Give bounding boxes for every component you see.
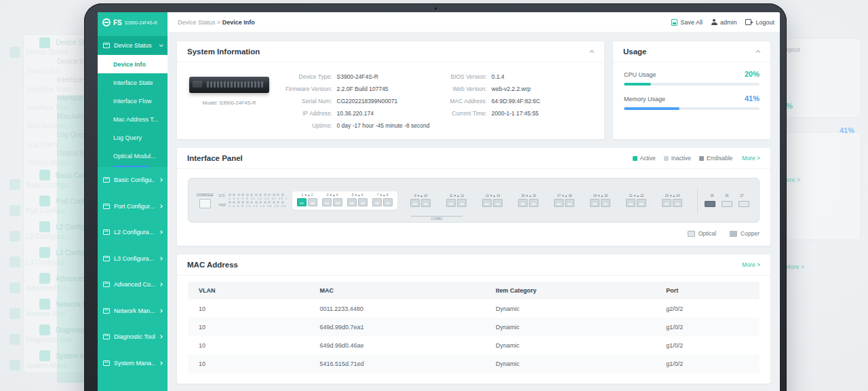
breadcrumb-separator: >: [217, 19, 220, 26]
field-label: Firmware Version:: [285, 86, 332, 92]
user-icon: [711, 19, 717, 25]
sfp-slot-26[interactable]: [722, 201, 732, 207]
collapse-icon[interactable]: [755, 50, 760, 54]
field-label: MAC Address:: [450, 98, 487, 105]
interface-panel-more-link[interactable]: More >: [742, 155, 760, 162]
mac-more-link[interactable]: More >: [742, 261, 760, 268]
camera-dot: [435, 7, 437, 10]
ghost-text: More >: [785, 263, 804, 270]
system-info-body: Model: S3900-24F4S-R Device Type:S3900-2…: [177, 62, 604, 139]
sfp-labels: 252627: [710, 194, 743, 198]
port-17[interactable]: [554, 199, 564, 207]
port-type-label: Optical: [698, 230, 716, 237]
port-11[interactable]: [446, 199, 456, 207]
port-4[interactable]: [333, 198, 342, 206]
field-value: 0.1.4: [492, 73, 540, 80]
led-numbers-even: 2 4 6 8 10 12 14 16 18 20 22 24 26: [229, 204, 287, 208]
usage-card: Usage CPU Usage20%Memory Usage41%: [613, 41, 770, 139]
port-group-label: 23 ▼▲ 24: [665, 194, 679, 198]
port-16[interactable]: [529, 199, 538, 207]
port-type-optical: Optical: [688, 230, 716, 237]
port-group-5-6: 5 ▼▲ 6: [347, 193, 368, 206]
field-value: S3900-24F4S-R: [337, 73, 430, 80]
sidebar-subitem-mac-address-t[interactable]: Mac Address T...: [98, 110, 167, 128]
port-12[interactable]: [457, 199, 467, 207]
port-9[interactable]: [410, 199, 420, 207]
chevron-right-icon: [159, 230, 163, 234]
port-group-7-8: 7 ▼▲ 8: [372, 193, 393, 206]
sidebar-item-system-mana[interactable]: System Mana...: [98, 350, 167, 377]
led-dot: [241, 193, 244, 196]
port-5[interactable]: [347, 198, 357, 206]
port-24[interactable]: [673, 199, 682, 207]
sidebar-subitem-device-info[interactable]: Device Info: [98, 55, 167, 73]
sfp-slot-27[interactable]: [738, 201, 749, 207]
console-port-icon: [199, 199, 211, 208]
pwr-led-label: PWR: [218, 204, 226, 207]
port-13[interactable]: [482, 199, 492, 207]
collapse-icon[interactable]: [589, 50, 594, 54]
brand: FS S3900-24F4S-R: [98, 12, 167, 32]
port-19[interactable]: [590, 199, 599, 207]
port-15[interactable]: [518, 199, 528, 207]
logout-button[interactable]: Logout: [745, 19, 774, 26]
usage-row-memory-usage: Memory Usage41%: [624, 94, 760, 103]
ghost-icon: [9, 205, 20, 216]
port-group-label: 15 ▼▲ 16: [521, 194, 536, 198]
breadcrumb-parent[interactable]: Device Status: [178, 19, 216, 26]
interface-panel-body: CONSOLE SYS PWR: [177, 169, 770, 246]
port-18[interactable]: [565, 199, 574, 207]
field-label: Web Version:: [450, 86, 487, 92]
sidebar-subitem-optical-modul[interactable]: Optical Modul...: [98, 147, 167, 165]
layer2-icon: [103, 229, 110, 235]
ghost-icon: [9, 47, 20, 58]
port-22[interactable]: [637, 199, 646, 207]
ghost-card: [780, 132, 861, 240]
sfp-slots: [705, 201, 749, 207]
sidebar-item-basic-configu[interactable]: Basic Configu...: [98, 167, 167, 193]
port-1[interactable]: [297, 198, 307, 206]
sidebar-item-l3-configura[interactable]: L3 Configura...: [98, 246, 167, 272]
save-all-label: Save All: [680, 19, 703, 26]
sidebar-item-l2-configura[interactable]: L2 Configura...: [98, 219, 167, 246]
port-group-label: 9 ▼▲ 10: [414, 194, 427, 198]
username: admin: [720, 19, 737, 26]
port-icon: [103, 204, 110, 209]
chevron-right-icon: [159, 178, 163, 182]
field-label: Device Type:: [285, 73, 332, 80]
sidebar-item-diagnostic-tool[interactable]: Diagnostic Tool: [98, 324, 167, 350]
sidebar-item-network-man[interactable]: Network Man...: [98, 298, 167, 324]
table-cell: Dynamic: [496, 305, 666, 312]
sidebar-subitem-interface-flow[interactable]: Interface Flow: [98, 92, 167, 110]
sidebar-subitem-interface-state[interactable]: Interface State: [98, 73, 167, 92]
port-group-label: 7 ▼▲ 8: [377, 193, 388, 197]
port-10[interactable]: [421, 199, 431, 207]
port-group-17-18: 17 ▼▲ 18: [554, 194, 574, 207]
table-cell: g1/0/2: [666, 324, 749, 331]
usage-bar: [624, 107, 760, 110]
sfp-slot-25[interactable]: [705, 201, 715, 207]
legend-swatch: [664, 156, 669, 161]
sidebar-item-advanced-co[interactable]: Advanced Co...: [98, 272, 167, 298]
port-8[interactable]: [383, 198, 393, 206]
port-7[interactable]: [372, 198, 382, 206]
table-cell: Dynamic: [496, 360, 666, 367]
user-menu[interactable]: admin: [711, 19, 737, 26]
sidebar-item-device-status[interactable]: Device Status: [98, 36, 167, 54]
port-6[interactable]: [358, 198, 368, 206]
led-dot: [268, 193, 271, 196]
sidebar-subitem-log-query[interactable]: Log Query: [98, 128, 167, 147]
led-dot: [273, 201, 275, 204]
port-20[interactable]: [601, 199, 610, 207]
port-23[interactable]: [662, 199, 671, 207]
port-3[interactable]: [322, 198, 332, 206]
port-14[interactable]: [493, 199, 502, 207]
port-21[interactable]: [626, 199, 635, 207]
usage-value: 20%: [745, 70, 760, 78]
copper-port-icon: [730, 231, 737, 237]
port-2[interactable]: [308, 198, 317, 206]
table-cell: 10: [199, 360, 319, 367]
sidebar-item-port-configur[interactable]: Port Configur...: [98, 193, 167, 220]
led-dot: [277, 193, 279, 196]
save-all-button[interactable]: Save All: [671, 19, 703, 26]
